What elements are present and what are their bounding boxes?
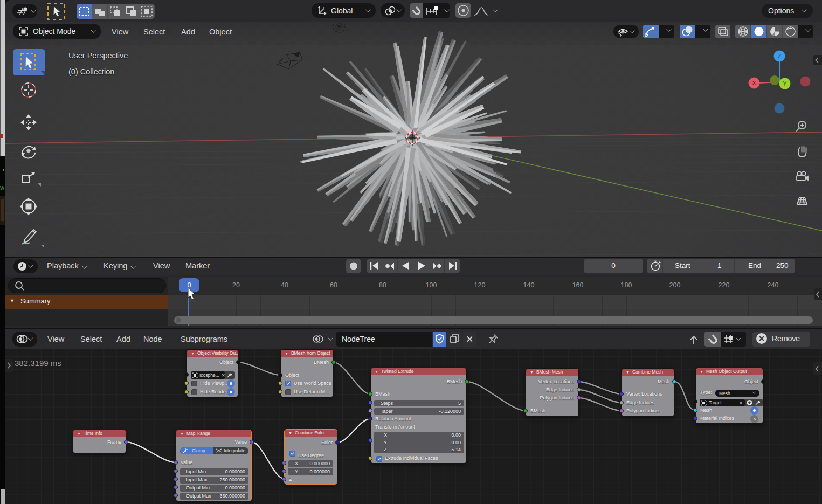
svg-text:X: X [752,80,756,86]
svg-text:Z: Z [778,53,782,59]
svg-text:Y: Y [783,80,787,87]
